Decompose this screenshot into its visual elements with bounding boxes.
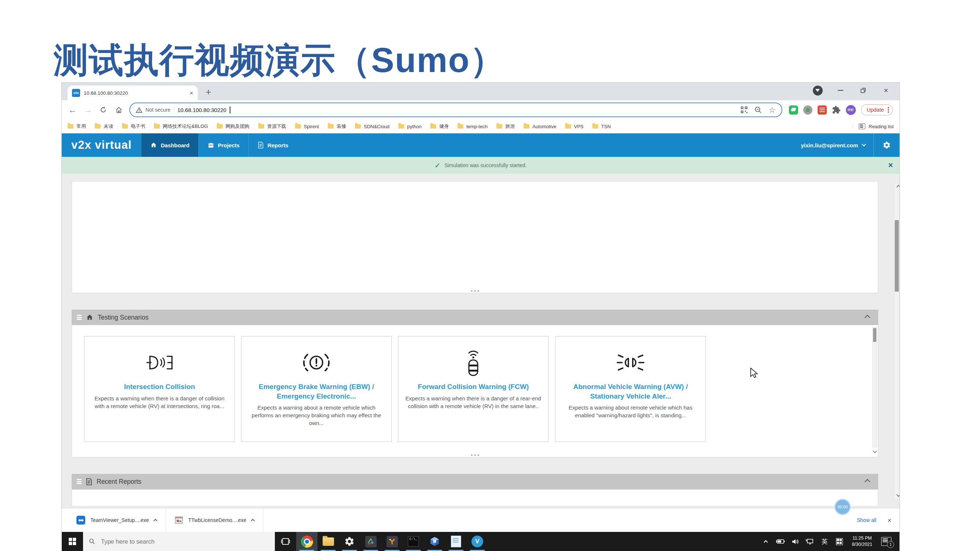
browser-tab[interactable]: v2x 10.68.100.80:30220 × — [68, 86, 198, 100]
scenario-card-forward-collision-warning[interactable]: Forward Collision Warning (FCW) Expects … — [398, 336, 549, 442]
resize-handle[interactable] — [471, 454, 479, 456]
bookmark-item[interactable]: 资源下载 — [258, 123, 286, 130]
update-button[interactable]: Update — [861, 104, 893, 115]
collapse-icon[interactable] — [865, 314, 870, 320]
testing-scenarios-header[interactable]: Testing Scenarios — [72, 310, 878, 325]
tray-expand-button[interactable] — [760, 540, 772, 544]
bookmark-item[interactable]: 电子书 — [122, 123, 145, 130]
taskbar-settings[interactable] — [339, 532, 360, 551]
volume-icon[interactable] — [789, 538, 801, 545]
chevron-up-icon[interactable] — [251, 519, 255, 523]
clock-time: 11:25 PM — [852, 535, 872, 542]
scenario-card-abnormal-vehicle-warning[interactable]: Abnormal Vehicle Warning (AVW) / Station… — [555, 336, 706, 442]
page-scrollbar[interactable] — [894, 183, 899, 500]
new-tab-icon[interactable]: + — [202, 87, 215, 97]
panel-scrollbar[interactable] — [872, 327, 877, 448]
notes-extension-icon[interactable] — [818, 105, 827, 114]
evernote-extension-icon[interactable] — [789, 105, 798, 114]
taskbar-mobaxterm[interactable] — [360, 532, 382, 551]
taskbar-search[interactable] — [83, 532, 275, 551]
extensions-row: 倚昕 Update — [785, 104, 897, 115]
alert-close-icon[interactable]: × — [888, 160, 893, 170]
bookmark-item[interactable]: 常用 — [68, 123, 86, 130]
search-input[interactable] — [100, 538, 269, 546]
scroll-down-icon[interactable] — [873, 449, 877, 453]
bookmark-item[interactable]: 健身 — [430, 123, 449, 130]
bookmark-item[interactable]: 装修 — [328, 123, 346, 130]
network-icon[interactable] — [804, 538, 816, 545]
scenario-card-intersection-collision[interactable]: Intersection Collision Expects a warning… — [84, 336, 235, 442]
battery-icon[interactable] — [775, 539, 786, 544]
qr-code-icon[interactable] — [740, 106, 748, 113]
drag-handle-icon[interactable] — [77, 479, 81, 484]
ime-language-indicator[interactable]: 英 — [819, 537, 830, 546]
user-menu[interactable]: yixin.liu@spirent.com — [793, 133, 874, 157]
scenario-card-emergency-brake-warning[interactable]: Emergency Brake Warning (EBW) / Emergenc… — [241, 336, 392, 442]
recent-reports-header[interactable]: Recent Reports — [72, 474, 878, 489]
recording-timer-bubble[interactable]: 00:00 — [835, 499, 851, 515]
media-controls-button[interactable] — [806, 86, 829, 95]
chevron-up-icon[interactable] — [154, 519, 158, 523]
bookmark-item[interactable]: 网购及团购 — [217, 123, 250, 130]
card-title: Intersection Collision — [124, 382, 195, 392]
notification-center-button[interactable]: 1 — [879, 537, 894, 546]
webpage: v2x virtual Dashboard Projects Reports y… — [62, 133, 899, 508]
extensions-puzzle-icon[interactable] — [832, 105, 841, 114]
taskbar-clock[interactable]: 11:25 PM 8/30/2021 — [848, 535, 876, 548]
taskbar-chrome[interactable] — [296, 532, 318, 551]
scroll-up-icon[interactable] — [896, 185, 899, 189]
close-window-button[interactable]: × — [875, 86, 897, 95]
download-item-teamviewer[interactable]: TeamViewer_Setup....exe — [68, 508, 166, 532]
start-button[interactable] — [62, 532, 83, 551]
show-all-button[interactable]: Show all — [857, 517, 877, 523]
taskbar-v2x-app[interactable]: V — [467, 532, 488, 551]
tab-close-icon[interactable]: × — [189, 90, 193, 96]
task-view-button[interactable] — [275, 532, 296, 551]
back-icon[interactable]: ← — [65, 102, 80, 118]
reading-list-button[interactable]: Reading list — [853, 124, 894, 129]
home-icon — [86, 314, 93, 321]
nav-item-dashboard[interactable]: Dashboard — [141, 133, 198, 157]
bookmark-item[interactable]: Spirent — [295, 124, 319, 129]
restore-button[interactable] — [852, 88, 875, 93]
bookmark-item[interactable]: Automotive — [523, 124, 556, 129]
bookmark-label: 未读 — [103, 123, 113, 130]
ime-grid-icon[interactable] — [834, 538, 845, 545]
scrollbar-thumb[interactable] — [895, 220, 899, 292]
profile-avatar[interactable]: 倚昕 — [846, 105, 856, 115]
settings-button[interactable] — [873, 133, 899, 157]
nav-item-projects[interactable]: Projects — [199, 133, 248, 157]
extension-icon[interactable] — [803, 105, 813, 114]
bookmark-item[interactable]: 旅游 — [496, 123, 515, 130]
download-bar-close-icon[interactable]: × — [888, 517, 891, 524]
collapse-icon[interactable] — [865, 479, 870, 484]
taskbar-notepad[interactable] — [445, 532, 467, 551]
zoom-out-icon[interactable] — [754, 106, 762, 114]
bookmark-item[interactable]: python — [398, 124, 422, 129]
forward-icon[interactable]: → — [80, 102, 95, 118]
reload-icon[interactable] — [95, 102, 111, 118]
menu-kebab-icon[interactable] — [888, 107, 889, 113]
bookmark-item[interactable]: 未读 — [95, 123, 113, 130]
bookmark-star-icon[interactable]: ☆ — [769, 106, 776, 114]
taskbar-virtualbox[interactable] — [424, 532, 445, 551]
address-bar[interactable]: Not secure 10.68.100.80:30220 ☆ — [129, 103, 782, 117]
bookmark-item[interactable]: temp-tech — [458, 124, 488, 129]
minimize-button[interactable] — [829, 90, 852, 91]
bookmark-item[interactable]: SDN&Cloud — [355, 124, 390, 129]
drag-handle-icon[interactable] — [77, 315, 81, 320]
scrollbar-thumb[interactable] — [873, 328, 877, 342]
bookmark-item[interactable]: VPS — [565, 124, 584, 129]
taskbar-file-explorer[interactable] — [318, 532, 339, 551]
resize-handle[interactable] — [471, 290, 479, 292]
bookmark-item[interactable]: TSN — [592, 124, 611, 129]
nav-item-reports[interactable]: Reports — [248, 133, 297, 157]
bookmark-item[interactable]: 网络技术论坛&BLOG — [154, 123, 208, 130]
home-icon[interactable] — [111, 102, 126, 118]
clock-date: 8/30/2021 — [852, 541, 872, 548]
download-item-ttwblicense[interactable]: TTwbLicenseDemo....exe — [166, 508, 264, 532]
taskbar-cmd[interactable]: C:\_ — [403, 532, 424, 551]
scroll-down-icon[interactable] — [896, 492, 899, 497]
taskbar-sumo[interactable] — [382, 532, 403, 551]
folder-icon — [122, 124, 128, 129]
